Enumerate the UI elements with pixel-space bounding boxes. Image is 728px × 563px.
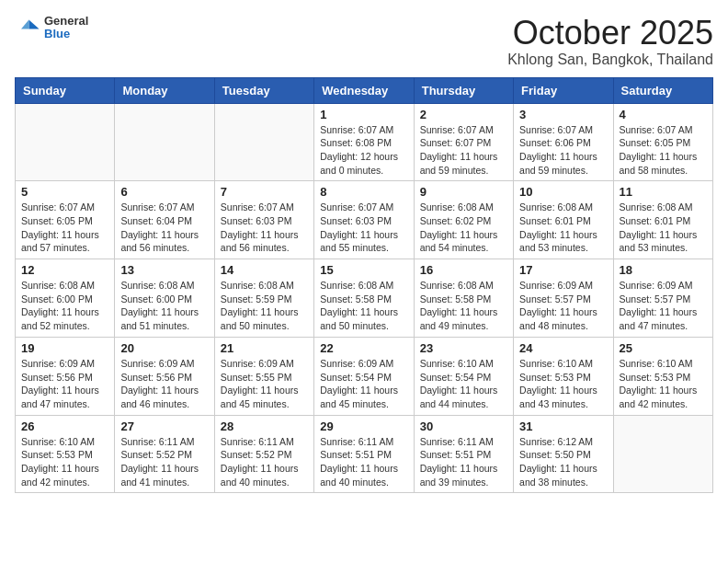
header-sunday: Sunday <box>16 77 115 103</box>
sunset-text: Sunset: 6:00 PM <box>21 293 93 304</box>
daylight-text: Daylight: 11 hours and 47 minutes. <box>21 385 99 409</box>
day-number: 15 <box>320 263 407 277</box>
day-info: Sunrise: 6:11 AMSunset: 5:52 PMDaylight:… <box>120 435 208 489</box>
daylight-text: Daylight: 11 hours and 48 minutes. <box>519 306 597 331</box>
header-tuesday: Tuesday <box>214 77 313 103</box>
day-info: Sunrise: 6:10 AMSunset: 5:53 PMDaylight:… <box>21 435 108 489</box>
sunset-text: Sunset: 6:03 PM <box>221 215 292 226</box>
calendar-row: 12Sunrise: 6:08 AMSunset: 6:00 PMDayligh… <box>16 259 713 338</box>
table-row <box>214 103 313 181</box>
table-row: 28Sunrise: 6:11 AMSunset: 5:52 PMDayligh… <box>214 415 313 493</box>
sunrise-text: Sunrise: 6:11 AM <box>120 436 194 447</box>
table-row: 30Sunrise: 6:11 AMSunset: 5:51 PMDayligh… <box>414 415 513 493</box>
sunrise-text: Sunrise: 6:08 AM <box>320 280 393 291</box>
sunset-text: Sunset: 6:03 PM <box>320 215 392 226</box>
table-row: 19Sunrise: 6:09 AMSunset: 5:56 PMDayligh… <box>16 337 115 415</box>
table-row: 18Sunrise: 6:09 AMSunset: 5:57 PMDayligh… <box>613 259 712 338</box>
sunset-text: Sunset: 5:53 PM <box>519 372 591 383</box>
daylight-text: Daylight: 11 hours and 54 minutes. <box>420 229 498 254</box>
day-number: 16 <box>420 263 507 277</box>
daylight-text: Daylight: 11 hours and 44 minutes. <box>420 385 498 409</box>
day-number: 21 <box>221 341 308 355</box>
calendar-row: 5Sunrise: 6:07 AMSunset: 6:05 PMDaylight… <box>16 181 713 259</box>
sunset-text: Sunset: 6:05 PM <box>620 137 691 148</box>
table-row: 23Sunrise: 6:10 AMSunset: 5:54 PMDayligh… <box>414 337 513 415</box>
table-row: 5Sunrise: 6:07 AMSunset: 6:05 PMDaylight… <box>16 181 115 259</box>
table-row <box>115 103 214 181</box>
sunset-text: Sunset: 6:01 PM <box>620 215 691 226</box>
sunrise-text: Sunrise: 6:07 AM <box>221 201 294 213</box>
sunrise-text: Sunrise: 6:08 AM <box>420 280 494 291</box>
day-info: Sunrise: 6:09 AMSunset: 5:56 PMDaylight:… <box>21 357 108 411</box>
sunrise-text: Sunrise: 6:08 AM <box>221 280 294 291</box>
day-number: 26 <box>21 419 108 433</box>
daylight-text: Daylight: 11 hours and 53 minutes. <box>519 229 597 254</box>
day-info: Sunrise: 6:07 AMSunset: 6:03 PMDaylight:… <box>221 201 308 255</box>
daylight-text: Daylight: 11 hours and 45 minutes. <box>221 385 299 409</box>
table-row: 2Sunrise: 6:07 AMSunset: 6:07 PMDaylight… <box>414 103 513 181</box>
sunset-text: Sunset: 6:04 PM <box>120 215 192 226</box>
day-number: 28 <box>221 419 308 433</box>
daylight-text: Daylight: 11 hours and 53 minutes. <box>620 229 698 254</box>
header-thursday: Thursday <box>414 77 513 103</box>
sunrise-text: Sunrise: 6:11 AM <box>320 436 393 447</box>
sunrise-text: Sunrise: 6:07 AM <box>21 201 95 213</box>
day-info: Sunrise: 6:08 AMSunset: 6:01 PMDaylight:… <box>620 201 707 255</box>
day-info: Sunrise: 6:10 AMSunset: 5:53 PMDaylight:… <box>519 357 607 411</box>
sunrise-text: Sunrise: 6:11 AM <box>420 436 494 447</box>
sunset-text: Sunset: 5:59 PM <box>221 293 292 304</box>
subtitle: Khlong San, Bangkok, Thailand <box>507 52 713 68</box>
sunrise-text: Sunrise: 6:09 AM <box>21 358 95 369</box>
day-info: Sunrise: 6:09 AMSunset: 5:55 PMDaylight:… <box>221 357 308 411</box>
day-info: Sunrise: 6:08 AMSunset: 5:58 PMDaylight:… <box>320 279 407 333</box>
table-row: 29Sunrise: 6:11 AMSunset: 5:51 PMDayligh… <box>314 415 414 493</box>
day-number: 25 <box>620 341 707 355</box>
day-number: 17 <box>519 263 607 277</box>
sunset-text: Sunset: 5:51 PM <box>420 449 492 460</box>
daylight-text: Daylight: 11 hours and 38 minutes. <box>519 463 597 488</box>
day-number: 20 <box>120 341 208 355</box>
table-row: 22Sunrise: 6:09 AMSunset: 5:54 PMDayligh… <box>314 337 414 415</box>
header-monday: Monday <box>115 77 214 103</box>
day-number: 11 <box>620 185 707 199</box>
day-info: Sunrise: 6:09 AMSunset: 5:57 PMDaylight:… <box>620 279 707 333</box>
calendar-header-row: Sunday Monday Tuesday Wednesday Thursday… <box>16 77 713 103</box>
day-number: 1 <box>320 108 407 121</box>
day-number: 23 <box>420 341 507 355</box>
daylight-text: Daylight: 11 hours and 55 minutes. <box>320 229 398 254</box>
day-number: 13 <box>120 263 208 277</box>
sunset-text: Sunset: 5:53 PM <box>620 372 691 383</box>
day-number: 19 <box>21 341 108 355</box>
header-saturday: Saturday <box>613 77 712 103</box>
day-number: 3 <box>519 108 607 121</box>
day-info: Sunrise: 6:08 AMSunset: 6:00 PMDaylight:… <box>21 279 108 333</box>
day-info: Sunrise: 6:11 AMSunset: 5:52 PMDaylight:… <box>221 435 308 489</box>
sunrise-text: Sunrise: 6:08 AM <box>620 201 693 213</box>
sunrise-text: Sunrise: 6:12 AM <box>519 436 593 447</box>
day-number: 24 <box>519 341 607 355</box>
sunset-text: Sunset: 5:53 PM <box>21 449 93 460</box>
table-row: 27Sunrise: 6:11 AMSunset: 5:52 PMDayligh… <box>115 415 214 493</box>
day-info: Sunrise: 6:11 AMSunset: 5:51 PMDaylight:… <box>320 435 407 489</box>
table-row: 24Sunrise: 6:10 AMSunset: 5:53 PMDayligh… <box>514 337 613 415</box>
day-number: 18 <box>620 263 707 277</box>
day-info: Sunrise: 6:08 AMSunset: 5:59 PMDaylight:… <box>221 279 308 333</box>
table-row: 3Sunrise: 6:07 AMSunset: 6:06 PMDaylight… <box>514 103 613 181</box>
day-info: Sunrise: 6:07 AMSunset: 6:07 PMDaylight:… <box>420 123 507 178</box>
table-row: 8Sunrise: 6:07 AMSunset: 6:03 PMDaylight… <box>314 181 414 259</box>
sunset-text: Sunset: 5:57 PM <box>620 293 691 304</box>
sunrise-text: Sunrise: 6:07 AM <box>620 124 693 135</box>
table-row: 21Sunrise: 6:09 AMSunset: 5:55 PMDayligh… <box>214 337 313 415</box>
daylight-text: Daylight: 11 hours and 57 minutes. <box>21 229 99 254</box>
table-row: 11Sunrise: 6:08 AMSunset: 6:01 PMDayligh… <box>613 181 712 259</box>
sunrise-text: Sunrise: 6:08 AM <box>21 280 95 291</box>
table-row: 17Sunrise: 6:09 AMSunset: 5:57 PMDayligh… <box>514 259 613 338</box>
daylight-text: Daylight: 11 hours and 43 minutes. <box>519 385 597 409</box>
table-row: 16Sunrise: 6:08 AMSunset: 5:58 PMDayligh… <box>414 259 513 338</box>
day-number: 4 <box>620 108 707 121</box>
daylight-text: Daylight: 11 hours and 47 minutes. <box>620 306 698 331</box>
day-number: 7 <box>221 185 308 199</box>
sunrise-text: Sunrise: 6:09 AM <box>120 358 194 369</box>
header: General Blue October 2025 Khlong San, Ba… <box>15 15 713 68</box>
table-row: 13Sunrise: 6:08 AMSunset: 6:00 PMDayligh… <box>115 259 214 338</box>
